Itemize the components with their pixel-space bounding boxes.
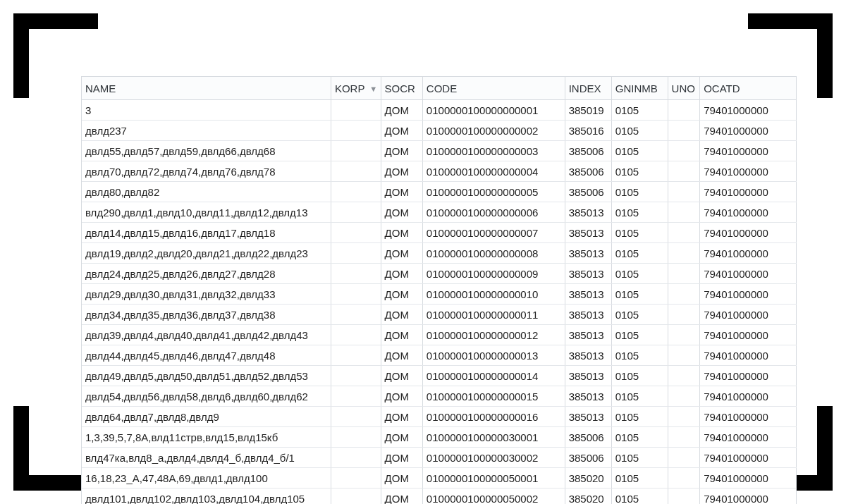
cell-socr[interactable]: ДОМ	[381, 386, 422, 407]
cell-gninmb[interactable]: 0105	[611, 121, 668, 141]
cell-code[interactable]: 0100000100000000014	[422, 366, 565, 386]
cell-socr[interactable]: ДОМ	[381, 264, 422, 284]
cell-ocatd[interactable]: 79401000000	[700, 366, 797, 386]
column-header-code[interactable]: CODE	[422, 77, 565, 100]
cell-socr[interactable]: ДОМ	[381, 488, 422, 505]
cell-uno[interactable]	[668, 264, 700, 284]
column-header-korp[interactable]: KORP ▼	[331, 77, 381, 100]
cell-socr[interactable]: ДОМ	[381, 202, 422, 223]
cell-code[interactable]: 0100000100000000005	[422, 182, 565, 202]
table-row[interactable]: влд290,двлд1,двлд10,двлд11,двлд12,двлд13…	[82, 202, 797, 223]
cell-ocatd[interactable]: 79401000000	[700, 325, 797, 345]
cell-gninmb[interactable]: 0105	[611, 345, 668, 366]
cell-korp[interactable]	[331, 366, 381, 386]
cell-ocatd[interactable]: 79401000000	[700, 100, 797, 121]
cell-uno[interactable]	[668, 448, 700, 468]
cell-socr[interactable]: ДОМ	[381, 182, 422, 202]
cell-socr[interactable]: ДОМ	[381, 305, 422, 325]
cell-korp[interactable]	[331, 161, 381, 182]
cell-code[interactable]: 0100000100000000013	[422, 345, 565, 366]
column-header-uno[interactable]: UNO	[668, 77, 700, 100]
cell-name[interactable]: 16,18,23_А,47,48А,69,двлд1,двлд100	[82, 468, 331, 488]
column-header-gninmb[interactable]: GNINMB	[611, 77, 668, 100]
cell-ocatd[interactable]: 79401000000	[700, 407, 797, 427]
cell-name[interactable]: 1,3,39,5,7,8А,влд11стрв,влд15,влд15кб	[82, 427, 331, 448]
cell-gninmb[interactable]: 0105	[611, 182, 668, 202]
column-header-name[interactable]: NAME	[82, 77, 331, 100]
cell-ocatd[interactable]: 79401000000	[700, 427, 797, 448]
cell-code[interactable]: 0100000100000000010	[422, 284, 565, 305]
cell-ocatd[interactable]: 79401000000	[700, 284, 797, 305]
cell-ocatd[interactable]: 79401000000	[700, 223, 797, 243]
cell-ocatd[interactable]: 79401000000	[700, 202, 797, 223]
cell-uno[interactable]	[668, 243, 700, 264]
cell-gninmb[interactable]: 0105	[611, 284, 668, 305]
cell-name[interactable]: двлд54,двлд56,двлд58,двлд6,двлд60,двлд62	[82, 386, 331, 407]
cell-korp[interactable]	[331, 407, 381, 427]
table-row[interactable]: двлд64,двлд7,двлд8,двлд9ДОМ0100000100000…	[82, 407, 797, 427]
cell-gninmb[interactable]: 0105	[611, 488, 668, 505]
table-row[interactable]: двлд49,двлд5,двлд50,двлд51,двлд52,двлд53…	[82, 366, 797, 386]
cell-uno[interactable]	[668, 141, 700, 161]
cell-korp[interactable]	[331, 121, 381, 141]
cell-index[interactable]: 385013	[565, 366, 611, 386]
cell-name[interactable]: двлд44,двлд45,двлд46,двлд47,двлд48	[82, 345, 331, 366]
cell-index[interactable]: 385006	[565, 448, 611, 468]
cell-socr[interactable]: ДОМ	[381, 121, 422, 141]
table-row[interactable]: 3ДОМ010000010000000000138501901057940100…	[82, 100, 797, 121]
cell-code[interactable]: 0100000100000000011	[422, 305, 565, 325]
cell-uno[interactable]	[668, 468, 700, 488]
cell-gninmb[interactable]: 0105	[611, 468, 668, 488]
cell-gninmb[interactable]: 0105	[611, 223, 668, 243]
cell-code[interactable]: 0100000100000000007	[422, 223, 565, 243]
cell-socr[interactable]: ДОМ	[381, 161, 422, 182]
cell-korp[interactable]	[331, 243, 381, 264]
cell-korp[interactable]	[331, 284, 381, 305]
cell-ocatd[interactable]: 79401000000	[700, 141, 797, 161]
cell-code[interactable]: 0100000100000000016	[422, 407, 565, 427]
cell-name[interactable]: двлд237	[82, 121, 331, 141]
cell-code[interactable]: 0100000100000000015	[422, 386, 565, 407]
cell-name[interactable]: двлд34,двлд35,двлд36,двлд37,двлд38	[82, 305, 331, 325]
cell-gninmb[interactable]: 0105	[611, 305, 668, 325]
cell-index[interactable]: 385016	[565, 121, 611, 141]
table-row[interactable]: двлд70,двлд72,двлд74,двлд76,двлд78ДОМ010…	[82, 161, 797, 182]
cell-uno[interactable]	[668, 100, 700, 121]
cell-korp[interactable]	[331, 427, 381, 448]
cell-ocatd[interactable]: 79401000000	[700, 448, 797, 468]
cell-gninmb[interactable]: 0105	[611, 264, 668, 284]
cell-socr[interactable]: ДОМ	[381, 407, 422, 427]
cell-ocatd[interactable]: 79401000000	[700, 243, 797, 264]
cell-korp[interactable]	[331, 202, 381, 223]
cell-gninmb[interactable]: 0105	[611, 366, 668, 386]
cell-uno[interactable]	[668, 366, 700, 386]
cell-index[interactable]: 385020	[565, 468, 611, 488]
table-row[interactable]: двлд44,двлд45,двлд46,двлд47,двлд48ДОМ010…	[82, 345, 797, 366]
cell-code[interactable]: 0100000100000000004	[422, 161, 565, 182]
cell-code[interactable]: 0100000100000000006	[422, 202, 565, 223]
cell-socr[interactable]: ДОМ	[381, 366, 422, 386]
table-row[interactable]: двлд14,двлд15,двлд16,двлд17,двлд18ДОМ010…	[82, 223, 797, 243]
table-row[interactable]: двлд237ДОМ010000010000000000238501601057…	[82, 121, 797, 141]
table-row[interactable]: двлд39,двлд4,двлд40,двлд41,двлд42,двлд43…	[82, 325, 797, 345]
cell-socr[interactable]: ДОМ	[381, 325, 422, 345]
cell-code[interactable]: 0100000100000050001	[422, 468, 565, 488]
data-grid[interactable]: NAME KORP ▼ SOCR CODE INDEX	[81, 76, 797, 504]
cell-ocatd[interactable]: 79401000000	[700, 161, 797, 182]
table-row[interactable]: двлд24,двлд25,двлд26,двлд27,двлд28ДОМ010…	[82, 264, 797, 284]
cell-ocatd[interactable]: 79401000000	[700, 182, 797, 202]
cell-index[interactable]: 385006	[565, 182, 611, 202]
cell-korp[interactable]	[331, 468, 381, 488]
cell-name[interactable]: двлд19,двлд2,двлд20,двлд21,двлд22,двлд23	[82, 243, 331, 264]
table-row[interactable]: 16,18,23_А,47,48А,69,двлд1,двлд100ДОМ010…	[82, 468, 797, 488]
cell-index[interactable]: 385006	[565, 427, 611, 448]
cell-index[interactable]: 385013	[565, 264, 611, 284]
cell-index[interactable]: 385013	[565, 305, 611, 325]
cell-uno[interactable]	[668, 202, 700, 223]
cell-uno[interactable]	[668, 325, 700, 345]
cell-socr[interactable]: ДОМ	[381, 468, 422, 488]
column-header-ocatd[interactable]: OCATD	[700, 77, 797, 100]
cell-korp[interactable]	[331, 345, 381, 366]
cell-name[interactable]: двлд24,двлд25,двлд26,двлд27,двлд28	[82, 264, 331, 284]
cell-uno[interactable]	[668, 427, 700, 448]
